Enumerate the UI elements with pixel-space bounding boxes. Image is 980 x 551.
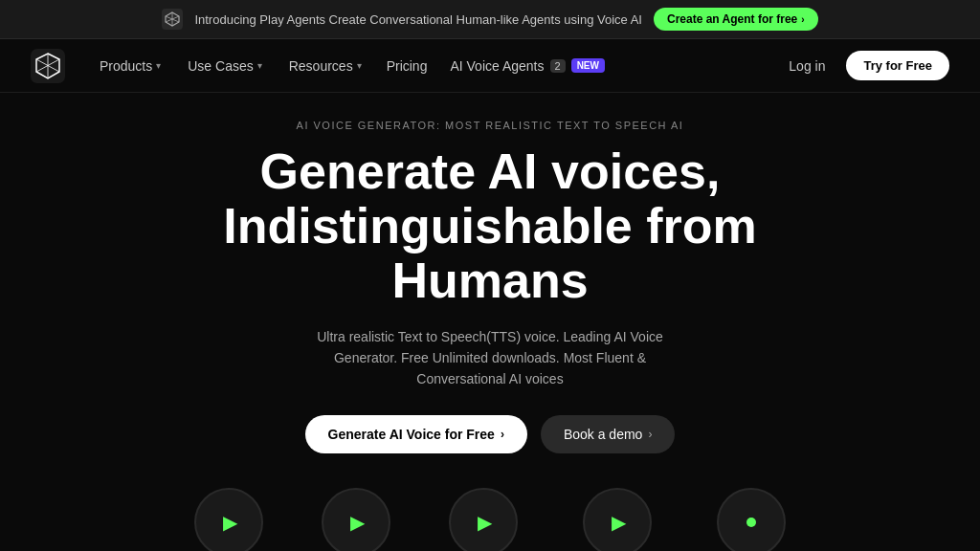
announcement-cta-button[interactable]: Create an Agent for free › bbox=[654, 8, 818, 31]
resources-chevron-icon: ▾ bbox=[357, 60, 362, 71]
nav-items: Products ▾ Use Cases ▾ Resources ▾ Prici… bbox=[88, 53, 771, 79]
hero-title: Generate AI voices, Indistinguishable fr… bbox=[223, 144, 757, 309]
play-icon: ▶ bbox=[612, 511, 626, 534]
feature-circles: ▶ Voice Your Conversational AI ▶ Voice Y… bbox=[181, 488, 799, 551]
announcement-logo-icon bbox=[162, 9, 183, 30]
nav-products[interactable]: Products ▾ bbox=[88, 53, 172, 79]
play-icon: ▶ bbox=[478, 511, 492, 534]
generate-voice-button[interactable]: Generate AI Voice for Free › bbox=[305, 415, 527, 453]
feature-play-videos[interactable]: ▶ bbox=[322, 488, 390, 551]
products-chevron-icon: ▾ bbox=[156, 60, 161, 71]
announcement-text: Introducing Play Agents Create Conversat… bbox=[194, 12, 642, 27]
navbar: Products ▾ Use Cases ▾ Resources ▾ Prici… bbox=[0, 39, 980, 93]
nav-logo-icon[interactable] bbox=[31, 49, 65, 83]
hero-buttons: Generate AI Voice for Free › Book a demo… bbox=[305, 415, 676, 453]
try-for-free-button[interactable]: Try for Free bbox=[846, 51, 949, 80]
demo-arrow-icon: › bbox=[648, 428, 652, 441]
feature-play-custom[interactable] bbox=[717, 488, 786, 551]
feature-item-characters: ▶ Voice your Characters bbox=[569, 488, 665, 551]
nav-right: Log in Try for Free bbox=[779, 51, 949, 80]
use-cases-chevron-icon: ▾ bbox=[257, 60, 262, 71]
play-icon: ▶ bbox=[223, 511, 237, 534]
feature-item-custom: Create Custom AI Voices bbox=[703, 488, 799, 551]
voice-agents-new-badge: NEW bbox=[571, 58, 605, 73]
nav-voice-agents[interactable]: AI Voice Agents 2 NEW bbox=[440, 53, 614, 79]
feature-play-stories[interactable]: ▶ bbox=[449, 488, 518, 551]
generate-arrow-icon: › bbox=[501, 428, 504, 441]
feature-item-conversational: ▶ Voice Your Conversational AI bbox=[181, 488, 277, 551]
announcement-cta-arrow-icon: › bbox=[801, 14, 804, 25]
book-demo-button[interactable]: Book a demo › bbox=[541, 415, 676, 453]
hero-subtitle: Ultra realistic Text to Speech(TTS) voic… bbox=[308, 326, 672, 390]
hero-tag: AI VOICE GENERATOR: MOST REALISTIC TEXT … bbox=[297, 120, 684, 131]
login-button[interactable]: Log in bbox=[779, 53, 835, 79]
announcement-bar: Introducing Play Agents Create Conversat… bbox=[0, 0, 980, 39]
hero-section: AI VOICE GENERATOR: MOST REALISTIC TEXT … bbox=[0, 93, 980, 551]
dot-icon bbox=[746, 518, 756, 527]
voice-agents-count-badge: 2 bbox=[550, 59, 566, 73]
feature-item-videos: ▶ Voice Your videos bbox=[315, 488, 398, 551]
nav-use-cases[interactable]: Use Cases ▾ bbox=[176, 53, 273, 79]
nav-resources[interactable]: Resources ▾ bbox=[278, 53, 373, 79]
feature-play-conversational[interactable]: ▶ bbox=[194, 488, 263, 551]
feature-play-characters[interactable]: ▶ bbox=[583, 488, 652, 551]
nav-pricing[interactable]: Pricing bbox=[377, 53, 437, 79]
play-icon: ▶ bbox=[350, 511, 365, 534]
feature-item-stories: ▶ Narrate Your Stories bbox=[436, 488, 531, 551]
